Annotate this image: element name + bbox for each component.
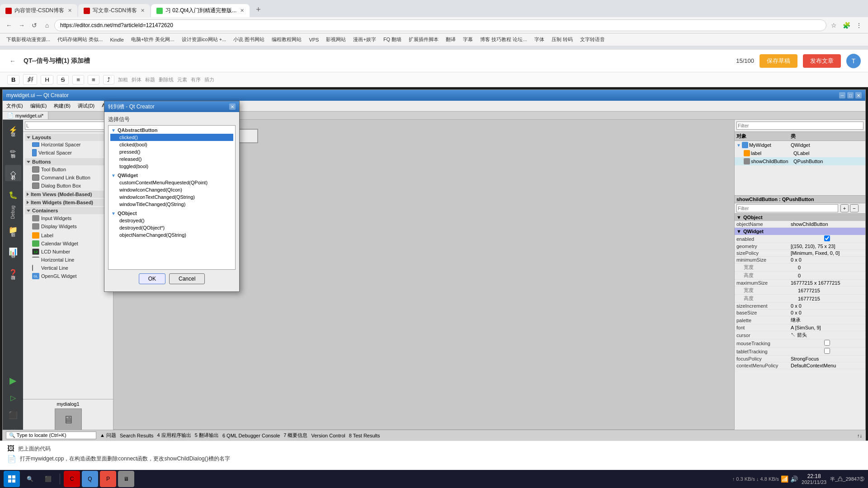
signal-item-destroyed[interactable]: destroyed(): [110, 217, 233, 224]
editor-back-btn[interactable]: ←: [7, 56, 18, 66]
sidebar-debug[interactable]: 🐛: [5, 187, 21, 203]
sidebar-run-debug[interactable]: ▷: [5, 389, 21, 406]
taskview-btn[interactable]: ⬛: [40, 471, 56, 487]
back-button[interactable]: ←: [4, 20, 14, 31]
menu-debug[interactable]: 调试(D): [74, 102, 98, 110]
sidebar-label-analyze[interactable]: 分析: [8, 260, 18, 264]
bookmark-10[interactable]: 漫画+娱字: [350, 35, 378, 44]
bookmark-14[interactable]: 字幕: [460, 35, 476, 44]
format-heading[interactable]: H: [41, 75, 53, 84]
dialog-close-btn[interactable]: ✕: [229, 103, 236, 110]
widget-group-containers-header[interactable]: Containers: [25, 207, 111, 214]
tab-csdn-content[interactable]: 内容管理-CSDN博客 ✕: [0, 4, 77, 17]
save-draft-button[interactable]: 保存草稿: [760, 54, 797, 68]
taskbar-app-2[interactable]: Q: [82, 471, 98, 487]
widget-item-hline[interactable]: Horizontal Line: [25, 256, 111, 264]
mousetracking-checkbox[interactable]: [791, 340, 863, 346]
signal-item-windowtitlechanged[interactable]: windowTitleChanged(QString): [110, 201, 233, 208]
bookmark-11[interactable]: FQ 翻墙: [381, 35, 404, 44]
signal-group-abstractbutton-header[interactable]: ▼ QAbstractButton: [110, 127, 233, 134]
format-unordered-list[interactable]: ≡: [72, 75, 84, 84]
widget-search-input[interactable]: [25, 122, 111, 130]
tab-qt-active[interactable]: 习 02.Qt4入门到精通完整版... ✕: [151, 4, 250, 17]
signal-group-qwidget-header[interactable]: ▼ QWidget: [110, 172, 233, 179]
search-taskbar-btn[interactable]: 🔍: [22, 471, 38, 487]
home-button[interactable]: ⌂: [42, 20, 52, 31]
prop-maxwidth-value[interactable]: 16777215: [798, 288, 863, 293]
widget-item-label[interactable]: Label: [25, 231, 111, 239]
sidebar-run[interactable]: ▶: [5, 372, 21, 389]
publish-button[interactable]: 发布文章: [803, 54, 841, 68]
bookmark-16[interactable]: 字体: [532, 35, 547, 44]
prop-group-qwidget[interactable]: ▼ QWidget: [735, 228, 865, 235]
bookmark-4[interactable]: 电脑+软件 美化网...: [128, 35, 177, 44]
signal-group-qobject-header[interactable]: ▼ QObject: [110, 210, 233, 217]
format-strikethrough[interactable]: S: [57, 75, 69, 84]
taskbar-app-4[interactable]: 🖥: [118, 471, 134, 487]
bookmark-13[interactable]: 翻译: [443, 35, 458, 44]
bookmark-17[interactable]: 压制 转码: [549, 35, 576, 44]
prop-palette-value[interactable]: 继承: [791, 317, 863, 324]
forward-button[interactable]: →: [16, 20, 27, 31]
sidebar-help[interactable]: ❓: [5, 265, 21, 281]
widget-item-toolbutton[interactable]: Tool Button: [25, 165, 111, 174]
prop-objectname-value[interactable]: showChildButton: [791, 221, 863, 227]
bookmark-6[interactable]: 小说 图书网站: [231, 35, 267, 44]
prop-cursor-value[interactable]: ↖ 箭头: [791, 332, 863, 338]
taskbar-app-1[interactable]: C: [64, 471, 80, 487]
menu-build[interactable]: 构建(B): [50, 102, 74, 110]
qt-minimize-btn[interactable]: ─: [839, 92, 845, 99]
dialog-cancel-btn[interactable]: Cancel: [169, 273, 205, 284]
qt-search-input-status[interactable]: 🔍 Type to locate (Ctrl+K): [6, 432, 96, 439]
menu-button[interactable]: ⋮: [854, 20, 864, 31]
sidebar-design[interactable]: ◇: [5, 165, 21, 181]
widget-item-displaywidgets[interactable]: Display Widgets: [25, 222, 111, 230]
widget-item-hspacer[interactable]: Horizontal Spacer: [25, 141, 111, 148]
format-italic[interactable]: 斜: [23, 74, 37, 85]
menu-file[interactable]: 文件(E): [3, 102, 27, 110]
tablettracking-checkbox[interactable]: [791, 348, 863, 354]
filter-input[interactable]: [736, 122, 863, 130]
dialog-ok-btn[interactable]: OK: [139, 273, 165, 284]
signal-item-pressed[interactable]: pressed(): [110, 148, 233, 155]
bookmark-7[interactable]: 编程教程网站: [269, 35, 304, 44]
signal-item-contextmenurequested[interactable]: customContextMenuRequested(QPoint): [110, 179, 233, 186]
reload-button[interactable]: ↺: [29, 20, 40, 31]
extensions-button[interactable]: 🧩: [841, 20, 852, 31]
address-bar[interactable]: [54, 19, 826, 31]
widget-item-opengl[interactable]: GL OpenGL Widget: [25, 272, 111, 280]
bookmark-5[interactable]: 设计资源ico网站 +...: [179, 35, 229, 44]
qt-close-btn[interactable]: ✕: [855, 92, 862, 99]
obj-row-mywidget[interactable]: ▼ MyWidget QWidget: [735, 141, 865, 149]
sidebar-label-help[interactable]: 帮助: [8, 282, 18, 286]
format-insert[interactable]: ⤴: [103, 75, 114, 84]
taskbar-app-3[interactable]: P: [100, 471, 116, 487]
prop-group-qobject[interactable]: ▼ QObject: [735, 214, 865, 221]
props-filter-input[interactable]: [736, 204, 838, 212]
widget-group-itemwidgets-header[interactable]: Item Widgets (Item-Based): [25, 199, 111, 206]
obj-row-showchildbutton[interactable]: showChildButton QPushButton: [735, 157, 865, 165]
bookmark-2[interactable]: 代码存储网站 类似...: [55, 35, 105, 44]
props-plus-btn[interactable]: +: [840, 204, 849, 212]
sidebar-label-edit[interactable]: 编辑: [8, 160, 18, 164]
bookmark-9[interactable]: 影视网站: [323, 35, 349, 44]
bookmark-1[interactable]: 下载影视动漫资源...: [4, 35, 53, 44]
widget-group-layouts-header[interactable]: Layouts: [25, 134, 111, 141]
sidebar-label-project[interactable]: 项目: [8, 239, 18, 242]
sidebar-project[interactable]: 📁: [5, 221, 21, 238]
widget-group-itemviews-header[interactable]: Item Views (Model-Based): [25, 191, 111, 198]
bookmark-3[interactable]: Kindle: [107, 36, 127, 43]
sidebar-label-design[interactable]: 设计: [8, 182, 18, 186]
tab-close-2[interactable]: ✕: [141, 8, 145, 14]
bookmark-star[interactable]: ☆: [828, 20, 839, 31]
widget-item-lcd[interactable]: 12 LCD Number: [25, 248, 111, 256]
prop-minwidth-value[interactable]: 0: [798, 265, 863, 270]
prop-enabled-checkbox[interactable]: [791, 235, 863, 241]
widget-item-calendar[interactable]: Calendar Widget: [25, 239, 111, 248]
signal-item-toggled[interactable]: toggled(bool): [110, 163, 233, 170]
clock-display[interactable]: 22:18 2021/11/23: [802, 473, 826, 485]
prop-maxheight-value[interactable]: 16777215: [798, 296, 863, 301]
bookmark-18[interactable]: 文字转语音: [577, 35, 608, 44]
signal-item-windowicontextchanged[interactable]: windowIconTextChanged(QString): [110, 193, 233, 201]
widget-item-inputwidgets[interactable]: Input Widgets: [25, 214, 111, 222]
